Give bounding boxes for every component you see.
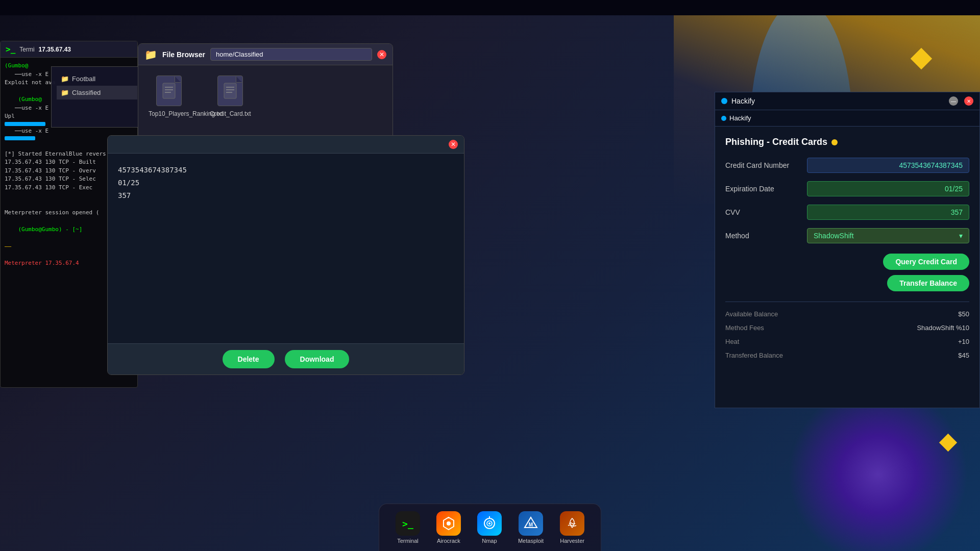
taskbar-item-nmap[interactable]: Nmap: [471, 508, 508, 547]
text-viewer-cc-number: 4573543674387345: [118, 164, 454, 177]
hackify-available-balance-value: $50: [958, 310, 969, 318]
terminal-line: ──use -x E: [5, 127, 133, 136]
delete-button[interactable]: Delete: [223, 350, 275, 368]
terminal-icon-symbol: >_: [402, 518, 413, 529]
hackify-section-header: Phishing - Credit Cards: [725, 137, 969, 147]
text-viewer-footer: Delete Download: [108, 343, 464, 374]
folder-item-classified[interactable]: 📁 Classified: [57, 86, 137, 99]
hackify-transferred-balance-label: Transfered Balance: [725, 352, 783, 359]
harvester-taskbar-label: Harvester: [560, 538, 584, 544]
hackify-method-fees-row: Method Fees ShadowShift %10: [725, 324, 969, 332]
hackify-method-select[interactable]: ShadowShift ▾: [807, 228, 969, 243]
file-browser-close-button[interactable]: ✕: [377, 50, 386, 59]
nmap-taskbar-icon: [477, 511, 502, 536]
file-browser-titlebar: 📁 File Browser home/Classified ✕: [138, 44, 393, 65]
harvester-taskbar-icon: [560, 511, 584, 536]
file-icon-credit-card: [217, 76, 243, 106]
hackify-close-button[interactable]: ✕: [964, 96, 973, 106]
top-bar: [0, 0, 980, 15]
hackify-method-fees-value: ShadowShift %10: [917, 324, 969, 332]
svg-point-12: [488, 522, 491, 524]
file-item-credit-card[interactable]: Credit_Card.txt: [210, 76, 251, 117]
airocrack-taskbar-label: Airocrack: [437, 538, 460, 544]
file-name-ranking: Top10_Players_Ranking.txt: [149, 110, 189, 117]
hackify-nav: Hackify: [715, 110, 979, 127]
wallpaper-glow: [776, 398, 980, 551]
hackify-title: Hackify: [731, 97, 755, 105]
hackify-cvv-label: CVV: [725, 208, 807, 216]
text-viewer-titlebar: ✕: [108, 136, 464, 154]
text-viewer-dialog: ✕ 4573543674387345 01/25 357 Delete Down…: [107, 135, 464, 375]
hackify-heat-row: Heat +10: [725, 338, 969, 345]
taskbar-item-airocrack[interactable]: Airocrack: [430, 508, 467, 547]
terminal-taskbar-icon: >_: [396, 511, 420, 536]
hackify-status-yellow-dot: [831, 139, 838, 145]
hackify-field-cc-number: Credit Card Number 4573543674387345: [725, 158, 969, 173]
hackify-heat-label: Heat: [725, 338, 739, 345]
file-browser-title: File Browser: [162, 51, 205, 59]
svg-rect-4: [224, 83, 236, 98]
hackify-method-fees-label: Method Fees: [725, 324, 764, 332]
airocrack-taskbar-icon: [436, 511, 461, 536]
folder-label-classified: Classified: [72, 89, 101, 96]
terminal-titlebar-1: >_ Termi 17.35.67.43: [1, 41, 137, 58]
hackify-heat-value: +10: [958, 338, 969, 345]
hackify-field-cvv: CVV 357: [725, 205, 969, 220]
hackify-method-value: ShadowShift: [814, 232, 854, 240]
hackify-field-expiration: Expiration Date 01/25: [725, 181, 969, 196]
hackify-cc-number-value: 4573543674387345: [807, 158, 969, 173]
hackify-transferred-balance-value: $45: [958, 352, 969, 359]
svg-point-9: [447, 521, 451, 525]
svg-rect-0: [163, 83, 175, 98]
file-browser-path[interactable]: home/Classified: [210, 48, 372, 61]
file-browser-folder-icon: 📁: [144, 48, 157, 61]
text-viewer-cvv: 357: [118, 189, 454, 202]
metasploit-taskbar-label: Metasploit: [518, 538, 544, 544]
hackify-transferred-balance-row: Transfered Balance $45: [725, 352, 969, 359]
taskbar: >_ Terminal Airocrack Nmap M: [379, 504, 601, 551]
hackify-minimize-button[interactable]: —: [949, 96, 958, 106]
hackify-cc-number-label: Credit Card Number: [725, 161, 807, 169]
file-item-ranking[interactable]: Top10_Players_Ranking.txt: [149, 76, 189, 117]
folder-panel: 📁 Football 📁 Classified: [51, 66, 143, 128]
terminal-taskbar-label: Terminal: [397, 538, 419, 544]
query-credit-card-button[interactable]: Query Credit Card: [883, 254, 969, 270]
hackify-actions: Query Credit Card Transfer Balance: [725, 254, 969, 291]
text-viewer-exp-date: 01/25: [118, 177, 454, 189]
transfer-balance-button[interactable]: Transfer Balance: [887, 275, 969, 291]
hackify-titlebar: Hackify — ✕: [715, 92, 979, 110]
folder-icon-classified: 📁: [61, 89, 69, 96]
hackify-exp-value: 01/25: [807, 181, 969, 196]
hackify-nav-title: Hackify: [729, 114, 751, 122]
text-viewer-close-button[interactable]: ✕: [449, 140, 458, 149]
download-button[interactable]: Download: [285, 350, 350, 368]
folder-item-football[interactable]: 📁 Football: [57, 72, 137, 86]
taskbar-item-harvester[interactable]: Harvester: [554, 508, 591, 547]
file-icon-ranking: [156, 76, 182, 106]
chevron-down-icon: ▾: [959, 232, 963, 240]
file-browser-body: Top10_Players_Ranking.txt Credit_Card.tx…: [138, 65, 393, 128]
hackify-field-method: Method ShadowShift ▾: [725, 228, 969, 243]
terminal-icon: >_: [6, 44, 15, 54]
hackify-nav-dot: [721, 98, 727, 104]
hackify-status-dot: [721, 116, 726, 121]
terminal-ip-1: 17.35.67.43: [39, 46, 71, 53]
hackify-cvv-value: 357: [807, 205, 969, 220]
folder-icon-football: 📁: [61, 75, 69, 83]
svg-text:M: M: [529, 522, 533, 528]
hackify-content: Phishing - Credit Cards Credit Card Numb…: [715, 127, 979, 375]
nmap-taskbar-label: Nmap: [482, 538, 497, 544]
taskbar-item-metasploit[interactable]: M Metasploit: [512, 508, 550, 547]
hackify-panel: Hackify — ✕ Hackify Phishing - Credit Ca…: [715, 92, 980, 408]
file-name-credit-card: Credit_Card.txt: [210, 110, 251, 117]
folder-label-football: Football: [72, 75, 95, 83]
hackify-available-balance-row: Available Balance $50: [725, 310, 969, 318]
terminal-title-1: Termi: [19, 46, 34, 53]
text-viewer-body: 4573543674387345 01/25 357: [108, 154, 464, 343]
metasploit-taskbar-icon: M: [519, 511, 543, 536]
hackify-section-title-text: Phishing - Credit Cards: [725, 137, 827, 147]
taskbar-item-terminal[interactable]: >_ Terminal: [389, 508, 426, 547]
hackify-exp-label: Expiration Date: [725, 185, 807, 193]
hackify-method-label: Method: [725, 232, 807, 240]
hackify-info-section: Available Balance $50 Method Fees Shadow…: [725, 302, 969, 359]
